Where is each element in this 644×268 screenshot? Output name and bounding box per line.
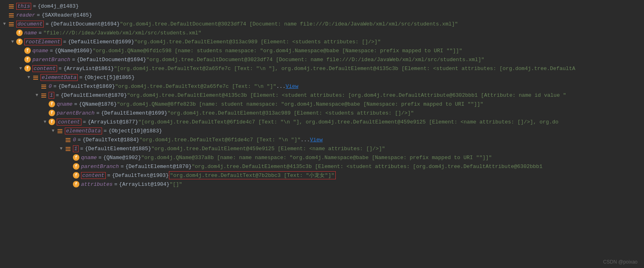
value-qname3-str: "org.dom4j.QName@337a8b [name: name name… (141, 155, 492, 161)
value-pb3-str: "org.dom4j.tree.DefaultElement@4135c3b [… (192, 164, 542, 170)
field-icon-name: f (16, 30, 23, 36)
equals-document: = (45, 21, 49, 27)
value-this: {dom4j_@1483} (38, 3, 79, 9)
var-name-content2: content (57, 119, 81, 125)
row-content2[interactable]: ▼ f content = {ArrayList@1877} "[org.dom… (0, 117, 644, 126)
row-elementData1[interactable]: ▼ elementData = {Object[5]@1865} (0, 73, 644, 82)
value-document-str: "org.dom4j.tree.DefaultDocument@3023df74… (120, 21, 458, 27)
equals-pb3: = (121, 164, 124, 170)
row-ed2[interactable]: ▼ elementData = {Object[10]@1883} (0, 126, 644, 135)
equals-rootElement: = (63, 39, 66, 45)
row-document[interactable]: ▼ document = {DefaultDocument@1694} "org… (0, 19, 644, 28)
var-icon-ed2 (57, 128, 63, 134)
expand-icon-rootElement[interactable]: ▼ (10, 39, 15, 45)
equals-idx02: = (78, 137, 81, 143)
equals-qname2: = (74, 101, 77, 107)
svg-rect-14 (41, 88, 46, 89)
value-rootElement: {DefaultElement@1699} (68, 39, 134, 45)
equals-content3: = (107, 172, 111, 179)
value-ed2: {Object[10]@1883} (109, 128, 162, 134)
svg-rect-22 (66, 140, 70, 140)
var-name-attributes: attributes (81, 181, 113, 187)
svg-rect-10 (33, 77, 38, 78)
view-link-idx01[interactable]: View (286, 83, 298, 89)
row-idx1-2[interactable]: ▼ 1 = {DefaultElement@1885} "org.dom4j.t… (0, 144, 644, 153)
value-idx02: {DefaultText@1884} (83, 137, 139, 143)
watermark-text: CSDN @poixao (603, 259, 638, 265)
svg-rect-26 (66, 150, 70, 151)
value-reader: {SAXReader@1485} (42, 12, 92, 18)
svg-rect-18 (58, 129, 62, 130)
expand-icon-idx12[interactable]: ▼ (58, 146, 64, 151)
row-pb3: f parentBranch = {DefaultElement@1870} "… (0, 162, 644, 171)
var-name-name: name (24, 30, 37, 36)
field-icon-attributes: f (73, 181, 79, 187)
row-parentBranch1: f parentBranch = {DefaultDocument@1694} … (0, 55, 644, 64)
expand-icon-ed2[interactable]: ▼ (50, 128, 56, 134)
value-pb2-str: "org.dom4j.tree.DefaultElement@313ac989 … (167, 110, 414, 116)
var-name-ed1: elementData (41, 74, 78, 81)
equals-this: = (33, 3, 36, 9)
field-icon-pb2: f (49, 110, 55, 116)
debugger-panel: this = {dom4j_@1483} reader = {SAXReader… (0, 0, 644, 268)
row-qname3: f qname = {QName@1902} "org.dom4j.QName@… (0, 153, 644, 162)
row-rootElement[interactable]: ▼ f rootElement = {DefaultElement@1699} … (0, 37, 644, 46)
value-pb2: {DefaultElement@1699} (101, 110, 167, 116)
row-reader: reader = {SAXReader@1485} (0, 11, 644, 19)
value-idx12: {DefaultElement@1885} (85, 146, 151, 152)
value-qname2: {QName@1876} (79, 101, 117, 107)
svg-rect-24 (66, 147, 70, 148)
expand-icon-content1[interactable]: ▼ (18, 66, 23, 71)
equals-attributes: = (114, 181, 117, 187)
field-icon-pb1: f (24, 56, 31, 63)
value-pb1: {DefaultDocument@1694} (77, 57, 146, 63)
value-idx02-str: "org.dom4j.tree.DefaultText@6f1de4c7 [Te… (139, 137, 301, 143)
ellipsis-idx01: ... (276, 83, 286, 89)
value-content2: {ArrayList@1877} (87, 119, 138, 125)
field-icon-qname3: f (73, 154, 79, 161)
value-pb1-str: "org.dom4j.tree.DefaultDocument@3023df74… (146, 57, 484, 63)
value-ed1: {Object[5]@1865} (84, 74, 135, 81)
var-name-content3: content (81, 172, 106, 179)
svg-rect-17 (41, 97, 46, 98)
var-name-pb1: parentBranch (32, 57, 70, 63)
view-link-idx02[interactable]: View (310, 137, 322, 143)
var-icon-document (8, 21, 15, 27)
value-content3-type: {DefaultText@1903} (112, 172, 168, 179)
expand-icon-ed1[interactable]: ▼ (26, 74, 32, 80)
expand-icon-document[interactable]: ▼ (2, 21, 7, 27)
svg-rect-1 (9, 6, 14, 7)
var-name-idx12: 1 (73, 145, 79, 152)
equals-ed1: = (79, 74, 83, 81)
value-content3-str: "org.dom4j.tree.DefaultText@7b2bbc3 [Tex… (169, 171, 336, 179)
var-name-ed2: elementData (65, 128, 102, 134)
equals-idx11: = (56, 92, 59, 98)
row-content1[interactable]: ▼ f content = {ArrayList@1861} "[org.dom… (0, 64, 644, 73)
svg-rect-25 (66, 149, 70, 149)
equals-qname1: = (50, 48, 53, 54)
field-icon-pb3: f (73, 163, 79, 170)
svg-rect-12 (41, 85, 46, 85)
var-icon-reader (8, 12, 15, 18)
row-name: f name = "file:///D:/idea/JavaWeb/xml/xm… (0, 28, 644, 37)
svg-rect-19 (58, 131, 62, 132)
var-icon-idx12 (65, 145, 71, 152)
expand-icon-content2[interactable]: ▼ (42, 119, 48, 125)
value-rootElement-str: "org.dom4j.tree.DefaultElement@313ac989 … (134, 39, 381, 45)
equals-pb2: = (96, 110, 100, 116)
svg-rect-8 (9, 26, 14, 26)
var-name-idx11: 1 (49, 92, 54, 99)
equals-qname3: = (98, 155, 102, 161)
svg-rect-9 (33, 76, 38, 77)
field-icon-content3: f (73, 172, 79, 179)
row-idx1-1[interactable]: ▼ 1 = {DefaultElement@1870} "org.dom4j.t… (0, 91, 644, 100)
ellipsis-idx02: ... (301, 137, 310, 143)
field-icon-qname2: f (49, 101, 55, 107)
svg-rect-3 (9, 13, 14, 14)
var-icon-idx11 (41, 92, 47, 98)
row-qname1: f qname = {QName@1860} "org.dom4j.QName@… (0, 46, 644, 55)
row-attributes: f attributes = {ArrayList@1904} "[]" (0, 180, 644, 189)
expand-icon-idx11[interactable]: ▼ (34, 92, 40, 98)
equals-idx12: = (80, 146, 83, 152)
equals-reader: = (37, 12, 40, 18)
